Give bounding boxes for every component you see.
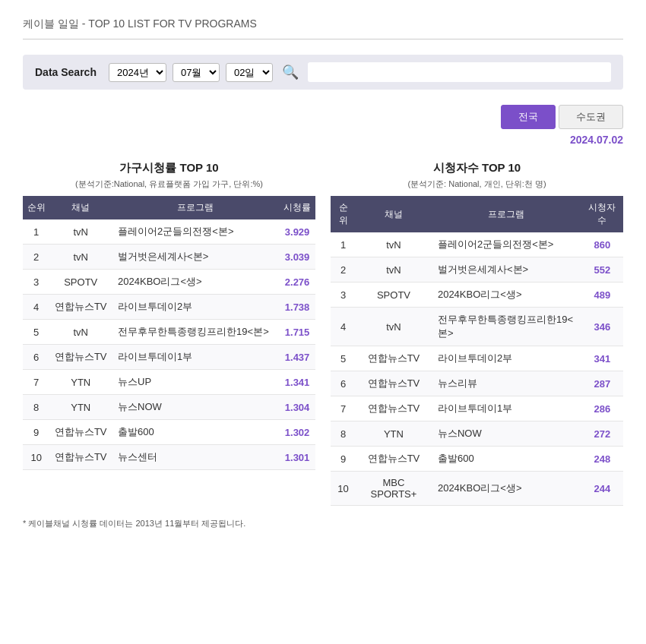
table-row: 2 tvN 벌거벗은세계사<본> 552 xyxy=(331,257,623,283)
viewers-cell: 244 xyxy=(581,472,623,506)
table-row: 7 연합뉴스TV 라이브투데이1부 286 xyxy=(331,396,623,421)
channel-cell: 연합뉴스TV xyxy=(49,445,112,470)
channel-cell: YTN xyxy=(356,421,432,447)
tables-wrapper: 가구시청률 TOP 10 (분석기준:National, 유료플랫폼 가입 가구… xyxy=(23,161,623,506)
rank-cell: 5 xyxy=(23,320,49,345)
program-cell: 뉴스리뷰 xyxy=(432,371,581,396)
region-buttons: 전국 수도권 xyxy=(23,105,623,129)
viewers-cell: 552 xyxy=(581,257,623,283)
table-row: 2 tvN 벌거벗은세계사<본> 3.039 xyxy=(23,245,315,270)
channel-cell: 연합뉴스TV xyxy=(356,346,432,371)
rank-cell: 6 xyxy=(23,345,49,370)
table-row: 10 연합뉴스TV 뉴스센터 1.301 xyxy=(23,445,315,470)
rank-cell: 3 xyxy=(23,270,49,295)
rating-cell: 3.039 xyxy=(279,245,315,270)
table-row: 6 연합뉴스TV 라이브투데이1부 1.437 xyxy=(23,345,315,370)
rank-cell: 10 xyxy=(23,445,49,470)
channel-cell: YTN xyxy=(49,370,112,395)
rank-cell: 7 xyxy=(331,396,356,421)
rating-cell: 1.341 xyxy=(279,370,315,395)
table-row: 3 SPOTV 2024KBO리그<생> 489 xyxy=(331,283,623,308)
table-row: 8 YTN 뉴스NOW 1.304 xyxy=(23,395,315,420)
col-viewers-v: 시청자수 xyxy=(581,196,623,232)
rating-cell: 1.715 xyxy=(279,320,315,345)
day-select[interactable]: 02일 xyxy=(226,63,273,82)
channel-cell: tvN xyxy=(356,308,432,346)
rank-cell: 10 xyxy=(331,472,356,506)
viewers-table-section: 시청자수 TOP 10 (분석기준: National, 개인, 단위:천 명)… xyxy=(331,161,623,506)
month-select[interactable]: 07월 xyxy=(173,63,220,82)
year-select[interactable]: 2024년 xyxy=(109,63,166,82)
rating-cell: 1.302 xyxy=(279,420,315,445)
col-rank-v: 순위 xyxy=(331,196,356,232)
channel-cell: tvN xyxy=(49,219,112,245)
col-program-v: 프로그램 xyxy=(432,196,581,232)
table-row: 9 연합뉴스TV 출발600 248 xyxy=(331,447,623,472)
rank-cell: 9 xyxy=(23,420,49,445)
rank-cell: 8 xyxy=(331,421,356,447)
program-cell: 2024KBO리그<생> xyxy=(112,270,279,295)
program-cell: 뉴스센터 xyxy=(112,445,279,470)
viewers-cell: 248 xyxy=(581,447,623,472)
program-cell: 라이브투데이1부 xyxy=(112,345,279,370)
viewers-table-title: 시청자수 TOP 10 xyxy=(331,161,623,175)
household-table-subtitle: (분석기준:National, 유료플랫폼 가입 가구, 단위:%) xyxy=(23,178,315,190)
viewers-table-subtitle: (분석기준: National, 개인, 단위:천 명) xyxy=(331,178,623,190)
col-channel-h: 채널 xyxy=(49,196,112,219)
channel-cell: tvN xyxy=(49,320,112,345)
program-cell: 출발600 xyxy=(432,447,581,472)
rank-cell: 2 xyxy=(331,257,356,283)
rating-cell: 2.276 xyxy=(279,270,315,295)
title-main: 케이블 일일 xyxy=(23,17,79,30)
household-table-header: 순위 채널 프로그램 시청률 xyxy=(23,196,315,219)
household-table: 순위 채널 프로그램 시청률 1 tvN 플레이어2군들의전쟁<본> 3.929… xyxy=(23,196,315,470)
footnote: * 케이블채널 시청률 데이터는 2013년 11월부터 제공됩니다. xyxy=(23,518,623,529)
channel-cell: 연합뉴스TV xyxy=(49,345,112,370)
program-cell: 라이브투데이1부 xyxy=(432,396,581,421)
viewers-cell: 346 xyxy=(581,308,623,346)
table-row: 4 tvN 전무후무한특종랭킹프리한19<본> 346 xyxy=(331,308,623,346)
channel-cell: 연합뉴스TV xyxy=(356,447,432,472)
channel-cell: SPOTV xyxy=(356,283,432,308)
col-channel-v: 채널 xyxy=(356,196,432,232)
channel-cell: 연합뉴스TV xyxy=(49,420,112,445)
rank-cell: 5 xyxy=(331,346,356,371)
household-table-section: 가구시청률 TOP 10 (분석기준:National, 유료플랫폼 가입 가구… xyxy=(23,161,315,506)
page-title: 케이블 일일 - TOP 10 LIST FOR TV PROGRAMS xyxy=(23,15,623,39)
table-row: 7 YTN 뉴스UP 1.341 xyxy=(23,370,315,395)
search-label: Data Search xyxy=(35,66,97,78)
viewers-table-header: 순위 채널 프로그램 시청자수 xyxy=(331,196,623,232)
program-cell: 벌거벗은세계사<본> xyxy=(432,257,581,283)
table-row: 6 연합뉴스TV 뉴스리뷰 287 xyxy=(331,371,623,396)
channel-cell: tvN xyxy=(49,245,112,270)
region-btn-capital[interactable]: 수도권 xyxy=(559,105,623,129)
col-program-h: 프로그램 xyxy=(112,196,279,219)
table-row: 4 연합뉴스TV 라이브투데이2부 1.738 xyxy=(23,295,315,320)
program-cell: 전무후무한특종랭킹프리한19<본> xyxy=(112,320,279,345)
viewers-cell: 272 xyxy=(581,421,623,447)
channel-cell: 연합뉴스TV xyxy=(49,295,112,320)
viewers-cell: 341 xyxy=(581,346,623,371)
rank-cell: 1 xyxy=(23,219,49,245)
rank-cell: 7 xyxy=(23,370,49,395)
rating-cell: 1.738 xyxy=(279,295,315,320)
rank-cell: 4 xyxy=(23,295,49,320)
search-input[interactable] xyxy=(308,62,611,82)
search-button[interactable]: 🔍 xyxy=(279,64,302,80)
rank-cell: 1 xyxy=(331,232,356,257)
viewers-cell: 860 xyxy=(581,232,623,257)
table-row: 3 SPOTV 2024KBO리그<생> 2.276 xyxy=(23,270,315,295)
table-row: 1 tvN 플레이어2군들의전쟁<본> 3.929 xyxy=(23,219,315,245)
program-cell: 벌거벗은세계사<본> xyxy=(112,245,279,270)
rank-cell: 4 xyxy=(331,308,356,346)
program-cell: 플레이어2군들의전쟁<본> xyxy=(112,219,279,245)
region-btn-national[interactable]: 전국 xyxy=(501,105,556,129)
channel-cell: MBC SPORTS+ xyxy=(356,472,432,506)
program-cell: 2024KBO리그<생> xyxy=(432,283,581,308)
channel-cell: 연합뉴스TV xyxy=(356,371,432,396)
rating-cell: 1.437 xyxy=(279,345,315,370)
table-row: 9 연합뉴스TV 출발600 1.302 xyxy=(23,420,315,445)
viewers-cell: 286 xyxy=(581,396,623,421)
program-cell: 출발600 xyxy=(112,420,279,445)
channel-cell: YTN xyxy=(49,395,112,420)
